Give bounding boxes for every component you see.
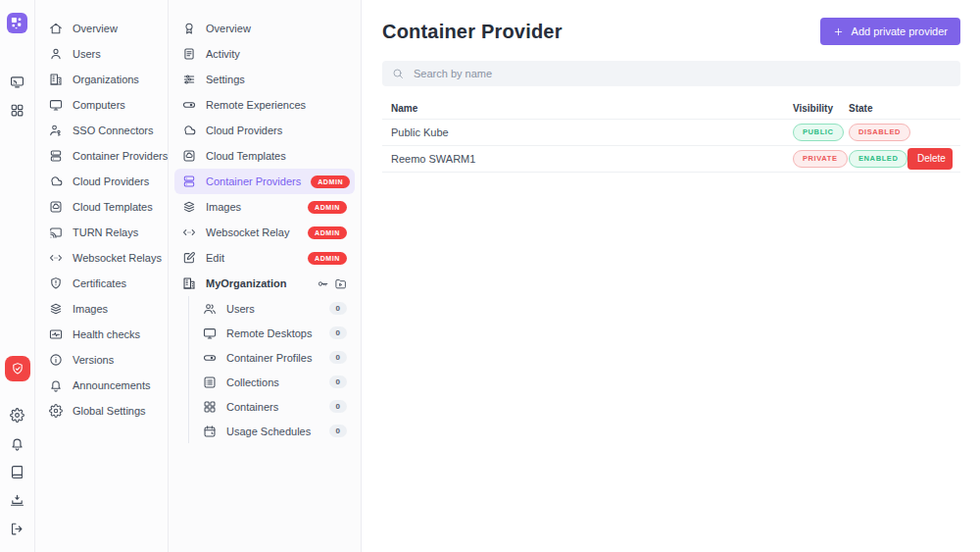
org-item-container-profiles[interactable]: Container Profiles 0	[195, 345, 355, 370]
admin-mode-button[interactable]	[5, 356, 30, 381]
add-private-provider-button[interactable]: Add private provider	[820, 18, 960, 45]
context-sidebar: Overview Activity Settings Remote Experi…	[169, 0, 362, 552]
sidebar-item-sso-connectors[interactable]: SSO Connectors	[41, 118, 162, 143]
org-item-collections[interactable]: Collections 0	[195, 370, 355, 394]
context-item-websocket-relay[interactable]: Websocket Relay ADMIN	[174, 220, 355, 245]
sidebar-item-global-settings[interactable]: Global Settings	[41, 398, 162, 424]
sidebar-item-label: Versions	[73, 354, 114, 366]
rail-top-icons	[10, 75, 24, 118]
org-item-label: Collections	[226, 376, 279, 388]
sidebar-item-websocket-relays[interactable]: Websocket Relays	[41, 245, 162, 271]
sidebar-item-label: Users	[73, 48, 101, 60]
column-visibility: Visibility	[793, 103, 849, 114]
context-item-settings[interactable]: Settings	[174, 67, 355, 92]
search-icon	[392, 68, 404, 79]
providers-table: Name Visibility State Public Kube PUBLIC…	[382, 98, 960, 173]
bell-icon[interactable]	[10, 436, 24, 451]
sidebar-item-users[interactable]: Users	[41, 41, 162, 67]
sidebar-item-versions[interactable]: Versions	[41, 347, 162, 373]
sidebar-item-organizations[interactable]: Organizations	[41, 67, 162, 92]
count-badge: 0	[329, 425, 347, 438]
delete-button[interactable]: Delete	[907, 148, 953, 170]
sidebar-item-label: SSO Connectors	[73, 125, 154, 136]
health-icon	[49, 327, 63, 341]
shield-check-icon	[11, 362, 24, 376]
org-item-label: Container Profiles	[226, 352, 312, 364]
provider-name: Public Kube	[391, 126, 793, 138]
calendar-icon	[203, 425, 217, 438]
state-badge: DISABLED	[849, 124, 910, 141]
context-item-edit[interactable]: Edit ADMIN	[174, 245, 355, 271]
sidebar-item-label: Health checks	[73, 328, 140, 340]
sidebar-item-container-providers[interactable]: Container Providers	[41, 143, 162, 169]
building-icon	[182, 276, 196, 290]
admin-badge: ADMIN	[308, 201, 347, 214]
context-item-label: Settings	[206, 74, 245, 85]
org-item-remote-desktops[interactable]: Remote Desktops 0	[195, 321, 355, 345]
sidebar-item-label: Organizations	[73, 74, 139, 85]
plus-icon	[833, 26, 844, 37]
search-input[interactable]	[412, 67, 951, 80]
sidebar-item-overview[interactable]: Overview	[41, 16, 162, 41]
sidebar-item-cloud-providers[interactable]: Cloud Providers	[41, 169, 162, 194]
column-name: Name	[391, 103, 793, 114]
server-icon	[49, 149, 63, 163]
org-item-containers[interactable]: Containers 0	[195, 394, 355, 419]
context-item-label: Container Providers	[206, 176, 301, 187]
org-item-users[interactable]: Users 0	[195, 296, 355, 321]
context-item-container-providers[interactable]: Container Providers ADMIN	[174, 169, 355, 194]
main-content: Container Provider Add private provider …	[362, 0, 980, 552]
sidebar-item-cloud-templates[interactable]: Cloud Templates	[41, 194, 162, 220]
cloud-box-icon	[49, 200, 63, 214]
folder-icon[interactable]	[334, 277, 347, 290]
context-item-label: Images	[206, 201, 241, 213]
sidebar-item-turn-relays[interactable]: TURN Relays	[41, 220, 162, 245]
org-item-label: Containers	[226, 401, 278, 413]
organization-label: MyOrganization	[206, 277, 287, 289]
rail-bottom-group	[10, 408, 24, 536]
document-icon	[182, 47, 196, 61]
org-item-label: Users	[226, 303, 255, 315]
context-item-cloud-providers[interactable]: Cloud Providers	[174, 118, 355, 143]
sidebar-item-myorganization[interactable]: MyOrganization	[174, 271, 355, 296]
state-badge: ENABLED	[849, 150, 907, 168]
context-items: Overview Activity Settings Remote Experi…	[174, 16, 355, 271]
context-item-overview[interactable]: Overview	[174, 16, 355, 41]
server-icon	[182, 175, 196, 188]
list-box-icon	[203, 376, 217, 389]
gear-icon[interactable]	[10, 408, 24, 423]
context-item-images[interactable]: Images ADMIN	[174, 194, 355, 220]
websocket-icon	[49, 251, 63, 265]
cloud-icon	[182, 124, 196, 137]
context-item-label: Cloud Providers	[206, 125, 282, 136]
app-logo-icon[interactable]	[7, 13, 27, 33]
toggle-icon	[182, 98, 196, 112]
sidebar-item-certificates[interactable]: Certificates	[41, 271, 162, 296]
monitor-icon	[203, 326, 217, 340]
laptop-down-icon[interactable]	[10, 493, 24, 508]
book-icon[interactable]	[10, 465, 24, 479]
context-item-activity[interactable]: Activity	[174, 41, 355, 67]
context-item-label: Remote Experiences	[206, 99, 306, 111]
sliders-icon	[182, 73, 196, 86]
monitor-cast-icon[interactable]	[10, 75, 24, 89]
key-icon[interactable]	[317, 277, 329, 290]
cast-icon	[49, 226, 63, 239]
visibility-badge: PUBLIC	[793, 124, 844, 141]
sidebar-item-health-checks[interactable]: Health checks	[41, 322, 162, 347]
toggle-icon	[203, 351, 217, 365]
org-item-usage-schedules[interactable]: Usage Schedules 0	[195, 419, 355, 443]
apps-icon[interactable]	[10, 103, 24, 118]
layers-icon	[49, 302, 63, 316]
table-row-public-kube[interactable]: Public Kube PUBLIC DISABLED	[382, 120, 960, 146]
sidebar-item-label: Websocket Relays	[73, 252, 162, 264]
sidebar-item-images[interactable]: Images	[41, 296, 162, 322]
logout-icon[interactable]	[10, 522, 24, 536]
sidebar-item-computers[interactable]: Computers	[41, 92, 162, 118]
table-row-reemo-swarm1[interactable]: Reemo SWARM1 PRIVATE ENABLED Delete	[382, 146, 960, 173]
context-item-remote-experiences[interactable]: Remote Experiences	[174, 92, 355, 118]
user-key-icon	[49, 124, 63, 137]
context-item-cloud-templates[interactable]: Cloud Templates	[174, 143, 355, 169]
sidebar-item-announcements[interactable]: Announcements	[41, 373, 162, 398]
org-item-label: Remote Desktops	[226, 327, 312, 339]
